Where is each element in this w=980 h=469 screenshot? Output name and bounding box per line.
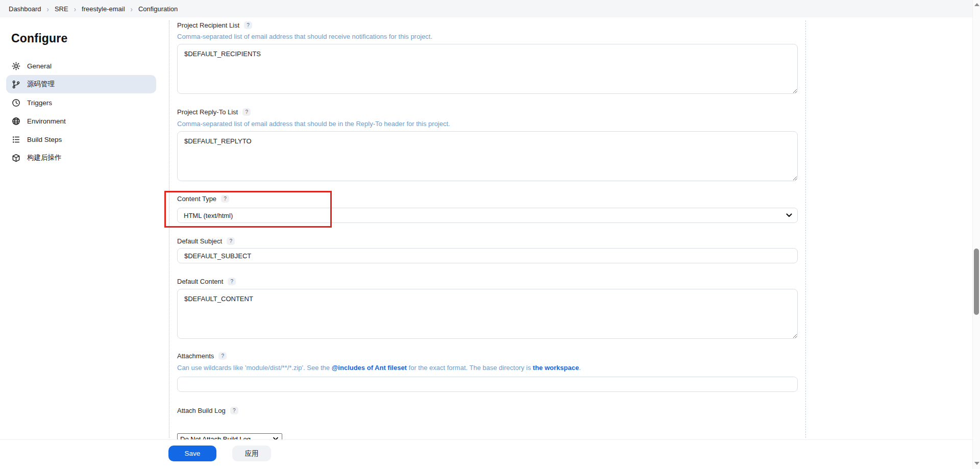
sidebar-item-label: General (27, 62, 52, 70)
field-label-default-content: Default Content ? (177, 278, 798, 285)
help-text: Can use wildcards like 'module/dist/**/*… (177, 364, 332, 372)
label-text: Content Type (177, 195, 216, 203)
breadcrumb-item-configuration[interactable]: Configuration (138, 5, 178, 13)
default-subject-input[interactable] (177, 248, 798, 263)
sidebar-item-label: 构建后操作 (27, 153, 62, 162)
field-label-attachments: Attachments ? (177, 352, 798, 360)
help-icon[interactable]: ? (228, 278, 236, 285)
sidebar-item-label: 源码管理 (27, 80, 55, 89)
breadcrumb-item-dashboard[interactable]: Dashboard (9, 5, 41, 13)
field-help-project-reply-to-list: Comma-separated list of email address th… (177, 120, 798, 128)
scrollbar-thumb[interactable] (974, 249, 979, 315)
field-help-project-recipient-list: Comma-separated list of email address th… (177, 33, 798, 40)
help-icon[interactable]: ? (230, 407, 238, 414)
field-label-default-subject: Default Subject ? (177, 237, 798, 245)
label-text: Project Reply-To List (177, 108, 238, 116)
breadcrumb-item-project[interactable]: freestyle-email (82, 5, 125, 13)
content-type-select-wrap: HTML (text/html) (177, 208, 798, 223)
sidebar-item-label: Build Steps (27, 136, 62, 143)
help-icon[interactable]: ? (227, 237, 235, 245)
ant-fileset-link[interactable]: @includes of Ant fileset (332, 364, 407, 372)
field-help-attachments: Can use wildcards like 'module/dist/**/*… (177, 364, 798, 372)
build-steps-icon (12, 135, 20, 144)
breadcrumb-item-sre[interactable]: SRE (55, 5, 68, 13)
sidebar-item-environment[interactable]: Environment (6, 112, 156, 130)
footer-bar: Save 应用 (0, 440, 972, 469)
sidebar-item-general[interactable]: General (6, 57, 156, 75)
label-text: Default Content (177, 278, 223, 285)
git-branch-icon (12, 80, 20, 89)
project-recipient-list-textarea[interactable]: $DEFAULT_RECIPIENTS (177, 44, 798, 94)
field-label-project-recipient-list: Project Recipient List ? (177, 21, 798, 29)
package-icon (12, 154, 20, 162)
label-text: Project Recipient List (177, 21, 239, 29)
sidebar-item-label: Triggers (27, 99, 52, 107)
gear-icon (12, 62, 20, 70)
help-text: . (579, 364, 581, 372)
page-title: Configure (11, 32, 162, 45)
scrollbar-down-arrow-icon[interactable] (974, 462, 979, 465)
field-label-attach-build-log: Attach Build Log ? (177, 407, 798, 414)
configure-page: Dashboard › SRE › freestyle-email › Conf… (0, 0, 980, 469)
label-text: Default Subject (177, 237, 222, 245)
help-icon[interactable]: ? (221, 195, 229, 203)
sidebar-nav: General 源码管理 Triggers Environment (0, 57, 162, 167)
globe-icon (12, 117, 20, 126)
help-icon[interactable]: ? (242, 108, 251, 116)
apply-button[interactable]: 应用 (232, 446, 271, 461)
save-button[interactable]: Save (168, 446, 216, 461)
field-label-project-reply-to-list: Project Reply-To List ? (177, 108, 798, 116)
label-text: Attach Build Log (177, 407, 226, 414)
breadcrumb-separator-icon: › (131, 4, 133, 13)
sidebar: Configure General 源码管理 Triggers (0, 17, 162, 167)
sidebar-item-build-steps[interactable]: Build Steps (6, 130, 156, 149)
vertical-scrollbar[interactable] (972, 0, 980, 469)
sidebar-item-label: Environment (27, 117, 66, 125)
section-dotted-border-left (169, 20, 169, 438)
help-icon[interactable]: ? (218, 352, 227, 360)
workspace-link[interactable]: the workspace (533, 364, 579, 372)
breadcrumb: Dashboard › SRE › freestyle-email › Conf… (0, 0, 972, 17)
breadcrumb-separator-icon: › (47, 4, 49, 13)
attachments-input[interactable] (177, 377, 798, 392)
scrollbar-up-arrow-icon[interactable] (974, 3, 979, 6)
section-dotted-border-right (805, 20, 806, 438)
default-content-textarea[interactable]: $DEFAULT_CONTENT (177, 289, 798, 339)
field-label-content-type: Content Type ? (177, 195, 798, 203)
label-text: Attachments (177, 352, 214, 360)
content-type-select[interactable]: HTML (text/html) (177, 208, 798, 223)
breadcrumb-separator-icon: › (74, 4, 76, 13)
sidebar-item-post-build-actions[interactable]: 构建后操作 (6, 149, 156, 167)
sidebar-item-triggers[interactable]: Triggers (6, 93, 156, 112)
clock-icon (12, 98, 20, 107)
project-reply-to-list-textarea[interactable]: $DEFAULT_REPLYTO (177, 131, 798, 181)
sidebar-item-source-management[interactable]: 源码管理 (6, 75, 156, 93)
help-text: for the exact format. The base directory… (407, 364, 533, 372)
help-icon[interactable]: ? (244, 21, 252, 29)
